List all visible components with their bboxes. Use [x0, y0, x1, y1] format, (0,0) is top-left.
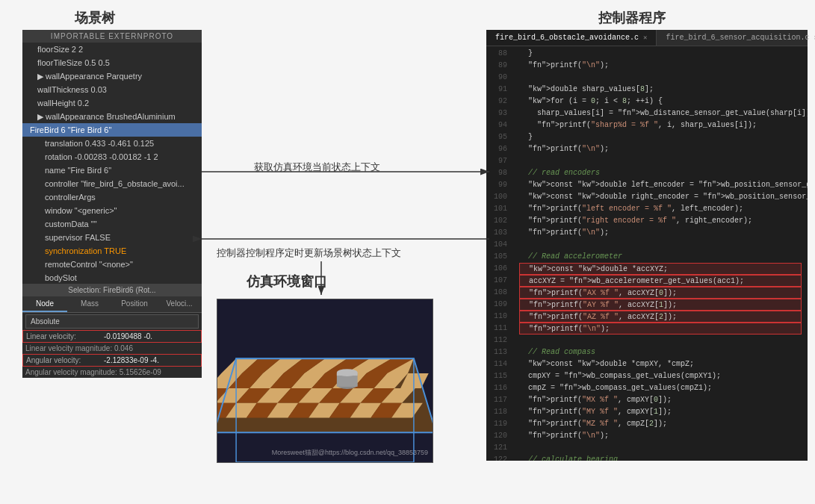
code-line: "fn">printf("sharp%d = %f ", i, sharp_va…	[519, 119, 802, 131]
code-line: "kw">for (i = 0; i < 8; ++i) {	[519, 96, 802, 108]
simulation-panel: Moresweet猫甜@https://blog.csdn.net/qq_388…	[217, 299, 433, 463]
code-line: sharp_values[i] = "fn">wb_distance_senso…	[519, 108, 802, 119]
code-line: "fn">printf("\n");	[519, 430, 802, 442]
field-value: -0.0190488 -0.	[104, 332, 152, 340]
tree-item[interactable]: name "Fire Bird 6"	[22, 164, 202, 177]
line-number: 112	[489, 335, 507, 346]
code-line: // Read accelerometer	[519, 251, 802, 263]
code-line: "kw">const "kw">double *accXYZ;	[519, 263, 802, 275]
watermark: Moresweet猫甜@https://blog.csdn.net/qq_388…	[272, 448, 428, 458]
code-line: cmpZ = "fn">wb_compass_get_values(cmpZ1)…	[519, 382, 802, 394]
code-line: "fn">printf("AY %f ", accXYZ[1]);	[519, 299, 802, 311]
tree-item[interactable]: floorTileSize 0.5 0.5	[22, 56, 202, 69]
code-line: "fn">printf("left encoder = %f ", left_e…	[519, 203, 802, 215]
line-number: 94	[489, 119, 507, 131]
tree-item[interactable]: supervisor FALSE	[22, 231, 202, 244]
tree-item[interactable]: remoteControl "<none>"	[22, 258, 202, 271]
arrow2-label: 控制器控制程序定时更新场景树状态上下文	[217, 246, 401, 260]
line-number: 116	[489, 382, 507, 394]
tree-item[interactable]: customData ""	[22, 217, 202, 231]
properties-panel: Selection: FireBird6 (Rot... Node Mass P…	[22, 284, 202, 378]
code-line: "fn">printf("\n");	[519, 60, 802, 72]
line-number: 96	[489, 143, 507, 155]
code-line: "kw">const "kw">double left_encoder = "f…	[519, 179, 802, 191]
line-number: 105	[489, 251, 507, 263]
line-number: 102	[489, 215, 507, 227]
code-editor-panel: fire_bird_6_obstacle_avoidance.c ✕ fire_…	[486, 30, 808, 461]
code-line: "kw">const "kw">double *cmpXY, *cmpZ;	[519, 358, 802, 370]
props-field: Angular velocity:-2.12833e-09 -4.	[22, 354, 202, 367]
code-line: "fn">printf("\n");	[519, 323, 802, 335]
line-number: 115	[489, 370, 507, 382]
line-number: 121	[489, 442, 507, 454]
line-number: 118	[489, 406, 507, 418]
tree-item[interactable]: wallThickness 0.03	[22, 83, 202, 96]
props-dropdown[interactable]: Absolute	[25, 314, 199, 329]
scene-tree-label: 场景树	[75, 9, 115, 27]
line-number: 88	[489, 48, 507, 60]
line-number: 91	[489, 84, 507, 96]
line-number: 113	[489, 346, 507, 358]
code-line: "fn">printf("right encoder = %f ", right…	[519, 215, 802, 227]
props-field-magnitude: Linear velocity magnitude: 0.046	[22, 343, 202, 354]
code-line: }	[519, 131, 802, 143]
line-number: 104	[489, 239, 507, 251]
tab-mass[interactable]: Mass	[67, 296, 112, 312]
code-line: "fn">printf("MZ %f ", cmpZ[2]);	[519, 418, 802, 430]
simulation-canvas	[217, 299, 433, 462]
tree-item[interactable]: ▶ wallAppearance BrushedAluminium	[22, 110, 202, 123]
line-number: 109	[489, 299, 507, 311]
line-number: 92	[489, 96, 507, 108]
tab-sensor-acquisition-label: fire_bird_6_sensor_acquisition.c	[666, 34, 809, 42]
code-line: "fn">printf("\n");	[519, 143, 802, 155]
sim-window-label: 仿真环境窗口	[247, 273, 327, 290]
tree-item[interactable]: translation 0.433 -0.461 0.125	[22, 137, 202, 150]
scene-tree-header: IMPORTABLE EXTERNPROTO	[22, 30, 202, 43]
code-line	[519, 335, 802, 346]
code-line	[519, 72, 802, 84]
close-obstacle-tab[interactable]: ✕	[643, 34, 647, 42]
scene-tree-panel: IMPORTABLE EXTERNPROTO floorSize 2 2floo…	[22, 30, 202, 284]
code-line: // read encoders	[519, 167, 802, 179]
tree-item[interactable]: controllerArgs	[22, 190, 202, 204]
line-number: 117	[489, 394, 507, 406]
line-number: 122	[489, 454, 507, 461]
tree-item[interactable]: bodySlot	[22, 271, 202, 284]
tree-item[interactable]: window "<generic>"	[22, 204, 202, 217]
code-line	[519, 442, 802, 454]
tree-item[interactable]: wallHeight 0.2	[22, 96, 202, 110]
tree-item[interactable]: rotation -0.00283 -0.00182 -1 2	[22, 150, 202, 164]
code-line: "kw">double sharp_values[8];	[519, 84, 802, 96]
tab-node[interactable]: Node	[22, 296, 67, 312]
line-number: 119	[489, 418, 507, 430]
tree-item[interactable]: FireBird 6 "Fire Bird 6"	[22, 123, 202, 137]
tab-obstacle-avoidance-label: fire_bird_6_obstacle_avoidance.c	[495, 34, 639, 42]
code-line	[519, 155, 802, 167]
code-line: accXYZ = "fn">wb_accelerometer_get_value…	[519, 275, 802, 287]
line-number: 98	[489, 167, 507, 179]
code-line: "fn">printf("MY %f ", cmpXY[1]);	[519, 406, 802, 418]
code-line: "fn">printf("\n");	[519, 227, 802, 239]
tree-item[interactable]: controller "fire_bird_6_obstacle_avoi...	[22, 177, 202, 190]
tree-item[interactable]: synchronization TRUE	[22, 244, 202, 258]
props-tabs: Node Mass Position Veloci...	[22, 296, 202, 313]
line-numbers: 8889909192939495969798991001011021031041…	[486, 46, 513, 461]
props-field-magnitude: Angular velocity magnitude: 5.15626e-09	[22, 367, 202, 378]
line-number: 110	[489, 311, 507, 323]
line-number: 95	[489, 131, 507, 143]
line-number: 111	[489, 323, 507, 335]
tab-sensor-acquisition[interactable]: fire_bird_6_sensor_acquisition.c ✕	[657, 30, 815, 46]
code-line: cmpXY = "fn">wb_compass_get_values(cmpXY…	[519, 370, 802, 382]
tab-position[interactable]: Position	[112, 296, 157, 312]
tab-obstacle-avoidance[interactable]: fire_bird_6_obstacle_avoidance.c ✕	[486, 30, 657, 46]
line-number: 99	[489, 179, 507, 191]
line-number: 106	[489, 263, 507, 275]
tab-velocity[interactable]: Veloci...	[157, 296, 202, 312]
code-line: // calculate bearing	[519, 454, 802, 461]
code-line: "fn">printf("MX %f ", cmpXY[0]);	[519, 394, 802, 406]
tree-item[interactable]: floorSize 2 2	[22, 43, 202, 56]
code-line: }	[519, 48, 802, 60]
props-header: Selection: FireBird6 (Rot...	[22, 284, 202, 296]
line-number: 108	[489, 287, 507, 299]
tree-item[interactable]: ▶ wallAppearance Parquetry	[22, 69, 202, 83]
